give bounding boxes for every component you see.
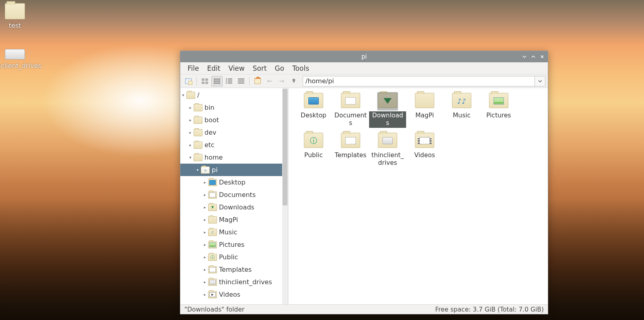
tree-scroll-thumb[interactable] [283,89,287,205]
folder-item-downloads[interactable]: Downloads [369,90,406,128]
tree-arrow-icon[interactable]: ▸ [202,280,208,284]
view-thumbnails-button[interactable] [199,76,211,86]
tree-item-label: Templates [219,266,252,273]
tree-item--[interactable]: ▾/ [180,89,288,101]
menu-sort[interactable]: Sort [250,64,270,73]
tree-item-label: pi [212,166,218,174]
nav-forward-button[interactable]: → [276,76,287,86]
desktop-background[interactable]: test thinclient_drives pi File Edit [0,0,644,320]
new-tab-button[interactable] [183,76,194,86]
tree-item-pictures[interactable]: ▸Pictures [180,238,288,251]
folder-icon [208,191,217,199]
folder-item-videos[interactable]: Videos [406,129,443,168]
menu-tools[interactable]: Tools [289,64,312,73]
tree-item-templates[interactable]: ▸Templates [180,263,288,276]
tree-item-etc[interactable]: ▸etc [180,139,288,151]
tree-item-pi[interactable]: ▾⌂pi [180,164,288,176]
folder-item-public[interactable]: ⓘPublic [295,129,332,168]
tree-arrow-icon[interactable]: ▸ [188,130,193,135]
folder-icon: ⌂ [201,166,210,174]
folder-item-label: Desktop [299,111,328,120]
tree-arrow-icon[interactable]: ▸ [188,118,193,122]
tree-item-public[interactable]: ▸ⓘPublic [180,251,288,263]
folder-icon: ▶ [208,291,217,298]
tree-item-magpi[interactable]: ▸MagPi [180,213,288,226]
tree-item-label: Downloads [219,203,254,211]
view-compact-button[interactable] [223,76,235,86]
tree-item-label: Public [219,253,238,261]
menu-edit[interactable]: Edit [204,64,223,73]
nav-up-button[interactable] [288,76,299,86]
tree-item-desktop[interactable]: ▸Desktop [180,176,288,189]
tree-scrollbar[interactable] [282,88,288,304]
folder-item-label: Public [303,151,324,160]
folder-icon [194,142,202,149]
tree-arrow-icon[interactable]: ▸ [202,180,208,185]
folder-item-templates[interactable]: Templates [332,129,369,168]
toolbar-separator [249,77,250,86]
tree-arrow-icon[interactable]: ▸ [202,267,208,272]
tree-item-bin[interactable]: ▸bin [180,101,288,114]
tree-arrow-icon[interactable]: ▸ [202,292,208,297]
window-title: pi [361,53,367,60]
folder-icon [341,133,360,150]
tree-arrow-icon[interactable]: ▸ [202,217,208,222]
folder-item-desktop[interactable]: Desktop [295,90,332,128]
tree-item-label: home [204,154,223,161]
desktop-icon-label: thinclient_drives [0,62,43,70]
folder-icon [489,93,508,110]
tree-arrow-icon[interactable]: ▸ [188,143,193,147]
tree-item-boot[interactable]: ▸boot [180,114,288,126]
home-button[interactable] [252,76,263,86]
folder-icon [415,93,434,110]
folder-item-label: thinclient_drives [369,151,406,168]
folder-icon [5,3,25,19]
menubar: File Edit View Sort Go Tools [180,62,548,74]
tree-arrow-icon[interactable]: ▸ [188,105,193,110]
tree-arrow-icon[interactable]: ▾ [188,155,193,160]
window-minimize-button[interactable] [520,53,528,61]
menu-go[interactable]: Go [272,64,288,73]
folder-icon [208,266,217,273]
menu-file[interactable]: File [184,64,202,73]
window-close-button[interactable] [538,53,546,61]
tree-arrow-icon[interactable]: ▸ [202,255,208,259]
nav-back-button[interactable]: ← [264,76,275,86]
desktop-icon-test[interactable]: test [0,3,43,29]
window-titlebar[interactable]: pi [180,51,548,62]
window-maximize-button[interactable] [529,53,537,61]
address-input[interactable] [303,76,535,86]
content-pane[interactable]: DesktopDocumentsDownloadsMagPi♪♪MusicPic… [288,88,548,304]
tree-arrow-icon[interactable]: ▾ [195,168,200,172]
tree-item-downloads[interactable]: ▸▼Downloads [180,201,288,213]
tree-arrow-icon[interactable]: ▸ [202,205,208,209]
tree-item-home[interactable]: ▾home [180,151,288,164]
view-details-button[interactable] [235,76,247,86]
view-icons-button[interactable] [211,76,223,86]
tree-item-dev[interactable]: ▸dev [180,126,288,139]
tree-item-label: bin [204,104,215,111]
folder-item-magpi[interactable]: MagPi [406,90,443,128]
folder-item-label: MagPi [414,111,436,120]
folder-item-documents[interactable]: Documents [332,90,369,128]
tree-arrow-icon[interactable]: ▸ [202,242,208,247]
folder-item-music[interactable]: ♪♪Music [443,90,480,128]
tree-item-documents[interactable]: ▸Documents [180,189,288,201]
folder-item-pictures[interactable]: Pictures [480,90,517,128]
tree-item-label: Desktop [219,178,246,186]
file-manager-window: pi File Edit View Sort Go Tools [180,51,548,314]
sidebar-tree[interactable]: ▾/▸bin▸boot▸dev▸etc▾home▾⌂pi▸Desktop▸Doc… [180,88,288,304]
tree-arrow-icon[interactable]: ▸ [202,230,208,234]
tree-arrow-icon[interactable]: ▸ [202,193,208,197]
address-history-button[interactable] [535,76,545,86]
tree-arrow-icon[interactable]: ▾ [180,93,186,97]
folder-icon [341,93,360,110]
folder-icon [194,154,202,161]
folder-item-thinclient-drives[interactable]: thinclient_drives [369,129,406,168]
tree-item-thinclient-drives[interactable]: ▸thinclient_drives [180,276,288,288]
folder-icon: ▼ [208,204,217,211]
menu-view[interactable]: View [225,64,248,73]
tree-item-videos[interactable]: ▸▶Videos [180,288,288,301]
tree-item-music[interactable]: ▸♪Music [180,226,288,238]
desktop-icon-thinclient-drives[interactable]: thinclient_drives [0,49,43,70]
